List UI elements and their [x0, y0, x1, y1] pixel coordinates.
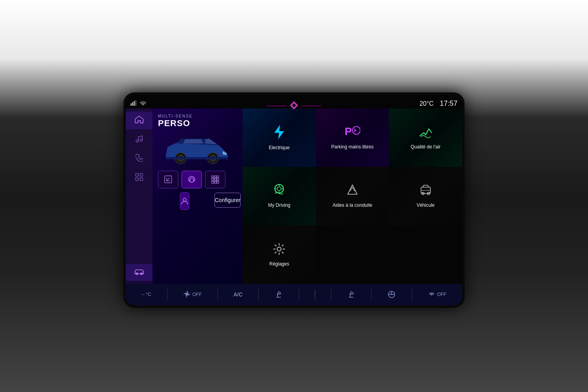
menu-grid: Electrique P Parking mains libres [243, 108, 462, 284]
svg-rect-1 [132, 102, 133, 106]
electrique-cell[interactable]: Electrique [243, 108, 316, 167]
svg-rect-24 [214, 179, 216, 181]
time-display: 17:57 [440, 99, 457, 108]
vehicule-cell[interactable]: Véhicule [389, 167, 462, 225]
apps-icon [135, 173, 143, 183]
parking-label: Parking mains libres [331, 144, 374, 150]
empty-cell-1 [316, 225, 389, 284]
climate-divider-2 [218, 289, 218, 300]
sidebar-item-home[interactable] [126, 112, 152, 129]
phone-icon [136, 154, 143, 164]
sidebar-item-phone[interactable] [126, 150, 152, 168]
fan-icon [183, 290, 191, 299]
mode-buttons [158, 171, 237, 188]
steering-heat-control[interactable] [387, 290, 396, 299]
climate-divider-1 [167, 289, 167, 300]
comfort-mode-button[interactable] [181, 171, 202, 188]
svg-point-33 [277, 187, 281, 191]
svg-rect-0 [131, 103, 132, 106]
home-icon [135, 116, 143, 125]
sidebar-item-apps[interactable] [126, 169, 152, 187]
svg-rect-27 [214, 181, 216, 183]
svg-rect-20 [212, 176, 214, 178]
profile-configurer-row: Configurer [158, 189, 237, 210]
ac-label: A/C [234, 291, 243, 298]
vehicule-label: Véhicule [417, 202, 435, 209]
climate-divider-6 [371, 289, 372, 300]
my-driving-cell[interactable]: My Driving [243, 167, 316, 225]
car-icon [134, 268, 144, 277]
svg-point-4 [143, 105, 143, 106]
main-content: MULTI-SENSE PERSO [126, 108, 462, 284]
renault-diamond [290, 101, 298, 111]
multisense-name-text: PERSO [158, 118, 237, 128]
svg-rect-25 [217, 179, 219, 181]
climate-divider-5 [331, 289, 331, 300]
parking-icon: P [345, 125, 360, 141]
fan-status: OFF [192, 292, 202, 297]
svg-rect-23 [212, 179, 214, 181]
configure-button[interactable]: Configurer [214, 193, 241, 208]
configure-label: Configurer [215, 197, 240, 203]
vent-status: OFF [437, 292, 446, 297]
car-dashboard: 20°C 17:57 [0, 0, 588, 392]
infotainment-screen: 20°C 17:57 [126, 95, 462, 305]
air-quality-cell[interactable]: Qualité de l'air [389, 108, 462, 167]
climate-divider-4 [299, 289, 299, 300]
my-driving-icon [271, 183, 287, 199]
ac-control[interactable]: A/C [234, 291, 243, 298]
air-quality-label: Qualité de l'air [410, 144, 440, 150]
sidebar [126, 108, 152, 284]
svg-rect-12 [140, 178, 143, 181]
sidebar-item-car[interactable] [126, 264, 152, 281]
svg-rect-26 [212, 181, 214, 183]
screen-bezel: 20°C 17:57 [123, 92, 465, 308]
reglages-cell[interactable]: Réglages [243, 225, 316, 284]
svg-rect-28 [217, 181, 219, 183]
reglages-icon [272, 242, 286, 258]
svg-point-29 [183, 198, 186, 201]
aides-conduite-cell[interactable]: Aides à la conduite [316, 167, 389, 225]
svg-point-38 [277, 247, 281, 251]
climate-bar: -- °C OFF [126, 284, 462, 305]
multisense-title: MULTI-SENSE PERSO [158, 114, 237, 128]
ventilation-control[interactable]: OFF [428, 291, 446, 298]
status-bar: 20°C 17:57 [126, 98, 462, 110]
climate-center-divider [315, 290, 315, 299]
my-driving-label: My Driving [268, 202, 290, 209]
svg-rect-21 [214, 176, 216, 178]
logo-line-right [301, 106, 321, 106]
electrique-label: Electrique [269, 145, 290, 151]
wifi-icon [140, 101, 146, 107]
svg-rect-9 [136, 173, 138, 176]
seat-heat-right[interactable] [347, 290, 356, 299]
svg-rect-2 [134, 101, 135, 106]
status-right: 20°C 17:57 [419, 99, 457, 108]
eco-mode-button[interactable] [158, 171, 178, 188]
profile-button[interactable] [180, 192, 189, 210]
seat-heat-left[interactable] [274, 290, 283, 299]
climate-divider-3 [258, 289, 259, 300]
svg-rect-3 [135, 100, 136, 106]
climate-divider-7 [412, 289, 412, 300]
temperature-display: 20°C [419, 100, 434, 107]
sport-mode-button[interactable] [205, 171, 225, 188]
aides-label: Aides à la conduite [332, 202, 372, 209]
aides-icon [345, 183, 359, 199]
svg-rect-10 [140, 173, 143, 176]
svg-rect-11 [136, 178, 138, 181]
svg-point-8 [140, 139, 142, 141]
fan-control[interactable]: OFF [183, 290, 202, 299]
signal-icon [131, 100, 137, 107]
multisense-subtitle-text: MULTI-SENSE [158, 114, 237, 118]
vehicule-icon [418, 183, 434, 199]
climate-temp-left[interactable]: -- °C [142, 292, 151, 297]
reglages-label: Réglages [269, 261, 289, 267]
parking-cell[interactable]: P Parking mains libres [316, 108, 389, 167]
electric-icon [274, 124, 285, 142]
music-icon [135, 135, 143, 145]
status-left [131, 100, 146, 107]
sidebar-item-media[interactable] [126, 131, 152, 148]
car-image [158, 132, 236, 167]
temp-left-value: -- °C [142, 292, 151, 297]
